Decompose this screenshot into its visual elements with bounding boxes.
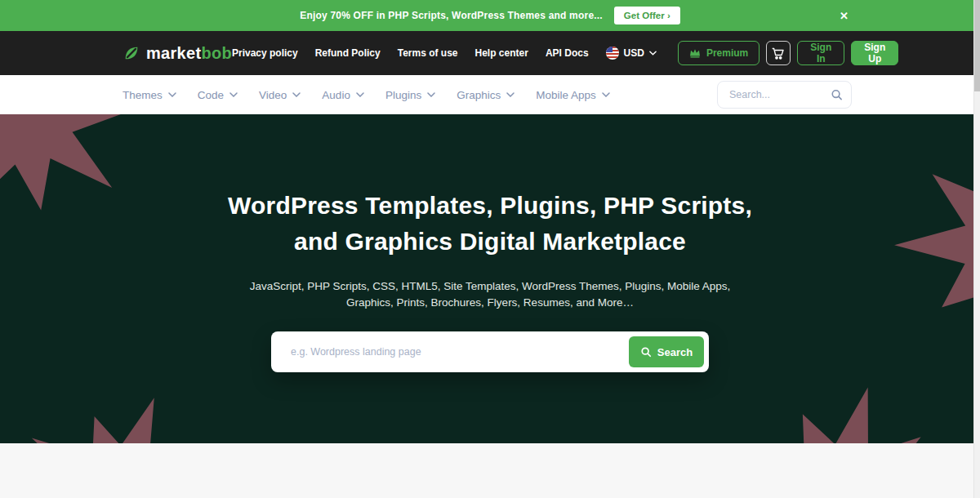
category-nav: Themes Code Video Audio Plugins Graphics… [0, 75, 980, 114]
cart-icon [772, 47, 785, 60]
nav-item-mobile-apps[interactable]: Mobile Apps [536, 89, 610, 101]
nav-item-audio[interactable]: Audio [322, 89, 364, 101]
crown-icon [689, 48, 701, 58]
header-link-help-center[interactable]: Help center [475, 47, 528, 59]
chevron-down-icon [292, 92, 301, 97]
header-link-api-docs[interactable]: API Docs [546, 47, 589, 59]
starburst-bottom-right [720, 375, 960, 443]
get-offer-button[interactable]: Get Offer › [614, 7, 680, 24]
chevron-down-icon [229, 92, 238, 97]
promo-banner: Enjoy 70% OFF in PHP Scripts, WordPress … [0, 0, 980, 31]
sign-in-button[interactable]: Sign In [797, 41, 844, 65]
starburst-bottom-left [23, 392, 219, 443]
chevron-down-icon [356, 92, 364, 97]
chevron-down-icon [602, 92, 610, 97]
header-actions: Premium Sign In Sign Up [678, 41, 898, 65]
hero-subtitle: JavaScript, PHP Scripts, CSS, HTML5, Sit… [0, 278, 980, 311]
search-icon [640, 346, 652, 358]
main-header: marketbob Privacy policy Refund Policy T… [0, 31, 980, 75]
chevron-down-icon [427, 92, 435, 97]
header-link-privacy-policy[interactable]: Privacy policy [232, 47, 298, 59]
chevron-down-icon [649, 51, 657, 56]
chevron-down-icon [168, 92, 176, 97]
hero-title: WordPress Templates, Plugins, PHP Script… [0, 188, 980, 260]
nav-item-graphics[interactable]: Graphics [457, 89, 514, 101]
hero-search-bar: Search [271, 331, 709, 372]
category-nav-items: Themes Code Video Audio Plugins Graphics… [122, 89, 610, 101]
nav-item-video[interactable]: Video [259, 89, 301, 101]
nav-item-themes[interactable]: Themes [122, 89, 176, 101]
us-flag-icon [606, 47, 619, 60]
logo[interactable]: marketbob [122, 44, 232, 63]
hero-search-button[interactable]: Search [629, 336, 704, 367]
close-icon[interactable]: ✕ [835, 9, 853, 23]
premium-button-label: Premium [706, 47, 748, 59]
premium-button[interactable]: Premium [678, 41, 760, 65]
hero-search-button-label: Search [657, 346, 693, 358]
currency-label: USD [624, 47, 644, 59]
header-link-terms-of-use[interactable]: Terms of use [398, 47, 458, 59]
below-hero-section [0, 443, 980, 498]
chevron-down-icon [506, 92, 514, 97]
header-link-refund-policy[interactable]: Refund Policy [315, 47, 381, 59]
scrollbar-thumb[interactable] [974, 0, 980, 91]
logo-text: marketbob [146, 44, 232, 63]
header-nav: Privacy policy Refund Policy Terms of us… [232, 47, 589, 59]
promo-banner-text: Enjoy 70% OFF in PHP Scripts, WordPress … [300, 10, 603, 21]
leaf-icon [122, 44, 140, 62]
nav-item-plugins[interactable]: Plugins [385, 89, 435, 101]
sign-up-button[interactable]: Sign Up [851, 41, 898, 65]
currency-selector[interactable]: USD [606, 47, 657, 60]
hero-section: WordPress Templates, Plugins, PHP Script… [0, 114, 980, 443]
scrollbar-track[interactable] [973, 0, 980, 498]
nav-item-code[interactable]: Code [198, 89, 238, 101]
search-icon[interactable] [831, 89, 843, 101]
hero-content: WordPress Templates, Plugins, PHP Script… [0, 114, 980, 372]
header-search [717, 81, 852, 109]
cart-button[interactable] [766, 41, 791, 65]
